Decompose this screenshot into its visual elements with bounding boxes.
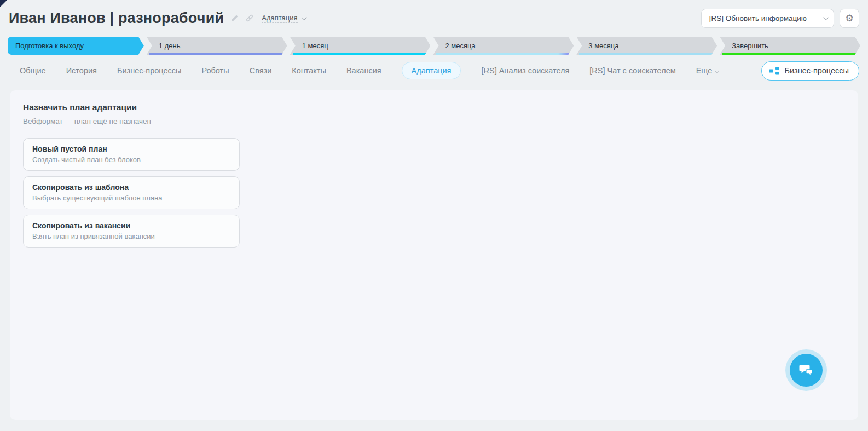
- stage-label: 2 месяца: [445, 42, 475, 50]
- page-title: Иван Иванов | разнорабочий: [9, 10, 224, 27]
- business-processes-button[interactable]: Бизнес-процессы: [761, 61, 859, 81]
- tab-adaptaciya[interactable]: Адаптация: [402, 62, 461, 79]
- stage-label: Завершить: [732, 42, 768, 50]
- card-new-empty-plan[interactable]: Новый пустой план Создать чистый план бе…: [23, 138, 240, 171]
- flowchart-icon: [769, 67, 779, 75]
- card-title: Скопировать из вакансии: [32, 221, 230, 230]
- tab-more[interactable]: Еще: [696, 66, 719, 75]
- stage-zavershit[interactable]: Завершить: [720, 37, 860, 55]
- stage-3-mesyaca[interactable]: 3 месяца: [576, 37, 717, 55]
- settings-button[interactable]: ⚙: [840, 9, 859, 28]
- stage-1-mesyac[interactable]: 1 месяц: [290, 37, 431, 55]
- card-copy-from-vacancy[interactable]: Скопировать из вакансии Взять план из пр…: [23, 215, 240, 248]
- card-title: Скопировать из шаблона: [32, 183, 230, 192]
- tab-roboty[interactable]: Роботы: [201, 66, 229, 75]
- tab-rs-chat[interactable]: [RS] Чат с соискателем: [589, 66, 675, 75]
- update-info-label: [RS] Обновить информацию: [709, 14, 807, 22]
- tab-istoriya[interactable]: История: [66, 66, 97, 75]
- tab-kontakty[interactable]: Контакты: [292, 66, 326, 75]
- chat-bubbles-icon: [798, 364, 814, 377]
- stage-label: 1 месяц: [302, 42, 328, 50]
- tab-strip: Общие История Бизнес-процессы Роботы Свя…: [8, 60, 859, 81]
- stage-underline: [149, 53, 286, 55]
- card-subtitle: Взять план из привязанной вакансии: [32, 232, 230, 240]
- chevron-down-icon: [302, 15, 307, 20]
- gear-icon: ⚙: [845, 14, 853, 23]
- card-subtitle: Выбрать существующий шаблон плана: [32, 194, 230, 202]
- stage-label: 3 месяца: [588, 42, 618, 50]
- stage-2-mesyaca[interactable]: 2 месяца: [433, 37, 574, 55]
- header-actions: [RS] Обновить информацию ⚙: [701, 9, 859, 28]
- page-header: Иван Иванов | разнорабочий Адаптация [RS…: [9, 5, 859, 31]
- stage-pipeline: Подготовка к выходу 1 день 1 месяц 2 мес…: [8, 37, 860, 55]
- edit-title-icon[interactable]: [230, 14, 239, 22]
- title-wrap: Иван Иванов | разнорабочий Адаптация: [9, 10, 305, 27]
- tab-vakansiya[interactable]: Вакансия: [346, 66, 381, 75]
- card-subtitle: Создать чистый план без блоков: [32, 156, 230, 164]
- tab-obshchie[interactable]: Общие: [20, 66, 46, 75]
- tab-biznes-processy[interactable]: Бизнес-процессы: [117, 66, 182, 75]
- stage-label: 1 день: [159, 42, 181, 50]
- stage-underline: [293, 53, 429, 55]
- button-divider: [813, 13, 813, 23]
- stage-podgotovka[interactable]: Подготовка к выходу: [8, 37, 144, 55]
- entity-type-label: Адаптация: [262, 14, 297, 23]
- plan-option-cards: Новый пустой план Создать чистый план бе…: [23, 138, 240, 248]
- content-panel: Назначить план адаптации Вебформат — пла…: [10, 90, 858, 420]
- chevron-down-icon[interactable]: [823, 15, 829, 20]
- link-icon[interactable]: [245, 14, 254, 22]
- chat-fab-button[interactable]: [790, 354, 823, 387]
- stage-underline: [579, 53, 715, 55]
- entity-type-dropdown[interactable]: Адаптация: [262, 14, 305, 23]
- business-processes-label: Бизнес-процессы: [784, 66, 849, 75]
- stage-underline: [436, 53, 572, 55]
- tab-more-label: Еще: [696, 66, 713, 75]
- tab-rs-analiz[interactable]: [RS] Анализ соискателя: [481, 66, 569, 75]
- tab-svyazi[interactable]: Связи: [250, 66, 272, 75]
- update-info-button[interactable]: [RS] Обновить информацию: [701, 9, 834, 28]
- chevron-down-icon: [715, 68, 719, 73]
- stage-label: Подготовка к выходу: [15, 42, 84, 50]
- stage-1-den[interactable]: 1 день: [147, 37, 287, 55]
- window-corner-accent: [0, 0, 7, 7]
- panel-heading: Назначить план адаптации: [23, 102, 858, 112]
- card-copy-from-template[interactable]: Скопировать из шаблона Выбрать существую…: [23, 176, 240, 209]
- stage-underline: [722, 53, 859, 55]
- card-title: Новый пустой план: [32, 145, 230, 153]
- panel-subheading: Вебформат — план ещё не назначен: [23, 117, 858, 125]
